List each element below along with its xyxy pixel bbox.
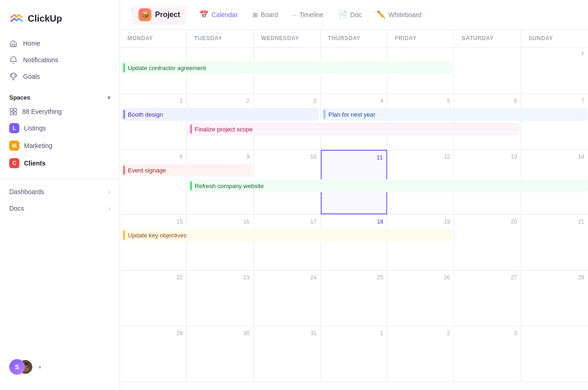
sidebar-item-clients[interactable]: C Clients	[4, 154, 116, 172]
user-initials: S	[9, 359, 25, 375]
cal-cell[interactable]: 15	[120, 215, 187, 270]
cal-cell[interactable]: 26	[387, 271, 454, 326]
cal-cell[interactable]: 19	[387, 215, 454, 270]
sidebar-item-home[interactable]: Home	[4, 35, 116, 52]
cal-cell-today[interactable]: 11	[321, 150, 388, 214]
cal-date: 27	[458, 274, 517, 283]
spaces-label: Spaces	[9, 94, 30, 101]
cal-date-today: 11	[325, 154, 383, 163]
cal-cell[interactable]	[187, 47, 254, 94]
tab-doc[interactable]: 📄 Doc	[332, 6, 368, 23]
cal-date: 29	[124, 330, 183, 338]
cal-cell[interactable]: 31	[254, 326, 321, 382]
sidebar-home-label: Home	[23, 40, 40, 47]
cal-cell[interactable]: 1	[321, 326, 388, 382]
cal-cell[interactable]: 7	[521, 47, 588, 94]
cal-cell[interactable]	[454, 47, 521, 94]
tab-calendar[interactable]: 📅 Calendar	[193, 6, 244, 23]
cal-cell[interactable]: 22	[120, 271, 187, 326]
cal-date: 26	[391, 274, 450, 283]
tab-timeline[interactable]: ⏤ Timeline	[286, 7, 330, 22]
cal-cell[interactable]: 30	[187, 326, 254, 382]
sidebar-item-docs[interactable]: Docs ›	[4, 200, 116, 217]
svg-rect-0	[10, 108, 13, 111]
cal-cell[interactable]: 18	[321, 215, 388, 270]
sidebar-item-notifications[interactable]: Notifications	[4, 52, 116, 68]
spaces-chevron-icon[interactable]: ▾	[108, 95, 110, 101]
cal-cell[interactable]: 21	[521, 215, 588, 270]
cal-cell[interactable]: 28	[521, 271, 588, 326]
cal-cell[interactable]: 1	[120, 94, 187, 149]
cal-date: 19	[391, 219, 450, 227]
cal-cell[interactable]: 23	[187, 271, 254, 326]
cal-cell[interactable]: 3	[454, 326, 521, 382]
cal-cell[interactable]: 9	[187, 150, 254, 214]
cal-date: 7	[525, 51, 584, 59]
cal-cell[interactable]	[521, 326, 588, 382]
cal-cell[interactable]: 7	[521, 94, 588, 149]
cal-cell[interactable]	[321, 47, 388, 94]
cal-date: 8	[124, 154, 183, 162]
timeline-tab-icon: ⏤	[293, 11, 296, 18]
cal-date: 14	[525, 154, 584, 162]
calendar-week-4: 22 23 24 25 26 27 28	[120, 271, 588, 326]
cal-cell[interactable]: 24	[254, 271, 321, 326]
user-avatar-stack[interactable]: S 👨🏾	[9, 359, 33, 375]
cal-date: 15	[124, 219, 183, 227]
cal-cell[interactable]: 2	[187, 94, 254, 149]
tab-project[interactable]: 📦 Project	[131, 5, 187, 25]
cal-cell[interactable]	[120, 47, 187, 94]
cal-cell[interactable]: 27	[454, 271, 521, 326]
cal-date: 28	[525, 274, 584, 283]
sidebar-footer: S 👨🏾 ▾	[0, 351, 120, 383]
main-content: 📦 Project 📅 Calendar ⊞ Board ⏤ Timeline …	[120, 0, 588, 390]
cal-date: 1	[324, 330, 384, 338]
cal-cell[interactable]: 20	[454, 215, 521, 270]
listings-label: Listings	[24, 124, 46, 132]
sidebar-item-marketing[interactable]: M Marketing	[4, 137, 116, 154]
sidebar-item-everything[interactable]: 88 Everything	[4, 104, 116, 119]
cal-date: 13	[458, 154, 517, 162]
cal-cell[interactable]: 4	[321, 94, 388, 149]
logo-area: ClickUp	[0, 7, 120, 35]
sidebar-item-goals[interactable]: Goals	[4, 68, 116, 85]
cal-cell[interactable]: 14	[521, 150, 588, 214]
cal-date: 3	[258, 98, 317, 106]
day-header-sunday: Sunday	[521, 30, 588, 47]
grid-icon	[9, 107, 18, 116]
bell-icon	[9, 56, 18, 64]
cal-cell[interactable]: 2	[387, 326, 454, 382]
cal-date: 23	[191, 274, 250, 283]
cal-cell[interactable]: 17	[254, 215, 321, 270]
marketing-avatar: M	[9, 141, 19, 151]
spaces-header: Spaces ▾	[0, 89, 120, 104]
cal-cell[interactable]: 8	[120, 150, 187, 214]
user-dropdown-icon[interactable]: ▾	[39, 365, 41, 370]
sidebar-item-dashboards[interactable]: Dashboards ›	[4, 183, 116, 200]
project-icon: 📦	[138, 8, 151, 21]
cal-date: 9	[191, 154, 250, 162]
calendar-week-0: 7 Update contractor agreement	[120, 47, 588, 94]
cal-cell[interactable]: 6	[454, 94, 521, 149]
tab-board[interactable]: ⊞ Board	[246, 7, 284, 22]
calendar-week-1: 1 2 3 4 5 6 7	[120, 94, 588, 150]
calendar-week-5: 29 30 31 1 2 3	[120, 326, 588, 382]
day-header-tuesday: Tuesday	[187, 30, 254, 47]
tab-whiteboard[interactable]: ✏️ Whiteboard	[370, 6, 428, 23]
home-icon	[9, 39, 18, 47]
sidebar-item-listings[interactable]: L Listings	[4, 119, 116, 137]
cal-cell[interactable]: 13	[454, 150, 521, 214]
cal-cell[interactable]: 16	[187, 215, 254, 270]
cal-cell[interactable]: 5	[387, 94, 454, 149]
cal-cell[interactable]: 25	[321, 271, 388, 326]
cal-cell[interactable]: 10	[254, 150, 321, 214]
sidebar-notifications-label: Notifications	[23, 56, 58, 64]
cal-date: 22	[124, 274, 183, 283]
cal-date: 24	[258, 274, 317, 283]
cal-cell[interactable]	[254, 47, 321, 94]
cal-cell[interactable]: 3	[254, 94, 321, 149]
cal-date: 2	[391, 330, 450, 338]
cal-cell[interactable]: 29	[120, 326, 187, 382]
cal-cell[interactable]	[387, 47, 454, 94]
cal-cell[interactable]: 12	[387, 150, 454, 214]
